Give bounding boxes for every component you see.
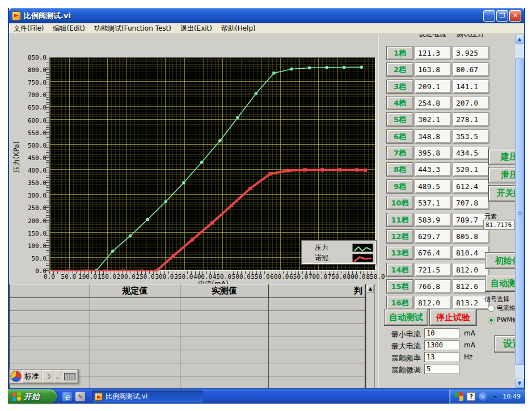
auto-test-button[interactable]: 自动测试 [385, 309, 428, 325]
minimize-button[interactable]: _ [483, 10, 495, 22]
tray-help-icon[interactable]: ? [467, 392, 475, 401]
gear-row-1: 1档121.33.925 [386, 47, 491, 60]
menu-item-1[interactable]: 编辑(Edit) [48, 23, 90, 34]
test-pressure-8[interactable]: 520.1 [453, 163, 489, 176]
result-cell-1-0 [10, 311, 90, 324]
system-tray: ? ‹ ⌁ 10:49 [449, 389, 525, 404]
radio-dot-pwm[interactable] [488, 317, 495, 324]
tray-hide-icons-chevron[interactable]: ‹ [479, 392, 487, 401]
set-current-10[interactable]: 537.1 [415, 196, 451, 209]
test-pressure-1[interactable]: 3.925 [453, 47, 489, 60]
title-bar[interactable]: 比例阀测试.vi _ ❐ ✕ [9, 8, 524, 23]
task-button[interactable]: 比例阀测试.vi [92, 391, 203, 402]
restore-button[interactable]: ❐ [496, 10, 508, 22]
result-row-2[interactable] [10, 324, 365, 337]
result-row-1[interactable] [10, 311, 365, 324]
field-input-0[interactable]: 10 [424, 328, 459, 338]
gear-button-1[interactable]: 1档 [387, 47, 413, 60]
gear-button-4[interactable]: 4档 [387, 97, 413, 110]
marker-压力 [255, 92, 258, 95]
soft-keyboard-icon[interactable] [62, 370, 78, 383]
gear-button-10[interactable]: 10档 [387, 196, 413, 209]
radio-dot-current[interactable] [488, 305, 495, 312]
set-current-4[interactable]: 254.8 [415, 97, 451, 110]
gear-button-6[interactable]: 6档 [387, 130, 413, 143]
fullwidth-moon-icon[interactable]: ☽ [42, 370, 53, 383]
scrollbar-down-icon[interactable]: ▼ [515, 379, 524, 388]
ime-bar[interactable]: 标准 ☽ ,, [9, 369, 79, 384]
test-pressure-6[interactable]: 353.5 [453, 130, 489, 143]
field-input-3[interactable]: 5 [424, 364, 459, 374]
set-current-13[interactable]: 676.4 [415, 246, 451, 259]
close-button[interactable]: ✕ [509, 10, 521, 22]
gear-button-7[interactable]: 7档 [387, 146, 413, 160]
gear-button-8[interactable]: 8档 [387, 163, 413, 176]
start-button[interactable]: 开始 [8, 389, 57, 404]
gear-button-13[interactable]: 13档 [387, 246, 413, 259]
set-current-6[interactable]: 348.8 [415, 130, 451, 143]
set-current-11[interactable]: 583.9 [415, 213, 451, 227]
test-pressure-7[interactable]: 434.5 [453, 146, 489, 160]
test-pressure-4[interactable]: 207.0 [453, 97, 489, 110]
ime-mode-button[interactable]: 标准 [22, 370, 41, 383]
set-current-3[interactable]: 209.1 [415, 80, 451, 93]
scroll-up-icon[interactable]: ▲ [366, 284, 374, 293]
field-input-2[interactable]: 13 [424, 352, 459, 362]
marker-压力 [343, 66, 346, 69]
test-pressure-10[interactable]: 707.8 [453, 196, 489, 209]
test-pressure-9[interactable]: 612.4 [453, 180, 489, 193]
test-pressure-13[interactable]: 810.4 [453, 246, 489, 259]
result-row-3[interactable] [10, 337, 365, 350]
menu-item-0[interactable]: 文件(File) [9, 23, 48, 34]
tray-clock[interactable]: 10:49 [503, 393, 521, 400]
gear-button-14[interactable]: 14档 [387, 263, 413, 276]
set-current-7[interactable]: 395.8 [415, 146, 451, 160]
tray-language-icon[interactable] [455, 392, 463, 401]
set-current-14[interactable]: 721.5 [415, 263, 451, 276]
gear-button-3[interactable]: 3档 [387, 80, 413, 93]
set-current-1[interactable]: 121.3 [415, 47, 451, 60]
gear-button-11[interactable]: 11档 [387, 213, 413, 227]
waveform-chart[interactable] [49, 57, 375, 271]
set-current-2[interactable]: 163.8 [415, 63, 451, 76]
punctuation-icon[interactable]: ,, [54, 370, 62, 383]
gear-button-12[interactable]: 12档 [387, 230, 413, 243]
stop-test-button[interactable]: 停止试验 [430, 309, 476, 325]
result-row-0[interactable] [10, 298, 365, 311]
gear-button-9[interactable]: 9档 [387, 180, 413, 193]
quick-launch-icon[interactable]: ✎ [75, 392, 85, 401]
ime-logo-icon[interactable] [10, 371, 22, 382]
test-pressure-2[interactable]: 80.67 [453, 63, 489, 76]
test-pressure-3[interactable]: 141.1 [453, 80, 489, 93]
test-pressure-14[interactable]: 812.0 [453, 263, 489, 276]
test-pressure-16[interactable]: 813.2 [453, 296, 489, 309]
result-table-scrollbar[interactable]: ▲ [366, 284, 375, 388]
element-value[interactable]: 81.7176 [483, 220, 515, 230]
field-input-1[interactable]: 1300 [424, 340, 459, 350]
set-current-12[interactable]: 629.7 [415, 230, 451, 243]
set-current-8[interactable]: 443.3 [415, 163, 451, 176]
set-current-15[interactable]: 766.8 [415, 280, 451, 293]
gear-button-15[interactable]: 15档 [387, 280, 413, 293]
menu-item-2[interactable]: 功能测试(Function Test) [90, 23, 176, 34]
set-current-9[interactable]: 489.5 [415, 180, 451, 193]
menu-item-3[interactable]: 退出(Exit) [176, 23, 217, 34]
internet-explorer-icon[interactable]: e [62, 392, 72, 401]
gear-button-16[interactable]: 16档 [387, 296, 413, 309]
set-current-5[interactable]: 302.1 [415, 113, 451, 126]
test-pressure-12[interactable]: 805.8 [453, 230, 489, 243]
test-pressure-5[interactable]: 278.1 [453, 113, 489, 126]
scrollbar-up-icon[interactable]: ▲ [515, 35, 524, 44]
result-row-4[interactable] [10, 350, 365, 363]
menu-item-4[interactable]: 帮助(Help) [217, 23, 260, 34]
window-scrollbar[interactable]: ▲ ▼ [515, 35, 524, 388]
test-pressure-15[interactable]: 812.6 [453, 280, 489, 293]
chart-legend[interactable]: 压力 诺冠 [302, 241, 376, 264]
gear-button-2[interactable]: 2档 [387, 63, 413, 76]
y-tick-250.0: 250.0 [23, 204, 47, 212]
y-axis-label: 压力(KPa) [12, 115, 22, 200]
scrollbar-thumb[interactable] [515, 58, 524, 365]
set-current-16[interactable]: 812.0 [415, 296, 451, 309]
tray-device-icon[interactable]: ⌁ [491, 392, 499, 401]
gear-button-5[interactable]: 5档 [387, 113, 413, 126]
